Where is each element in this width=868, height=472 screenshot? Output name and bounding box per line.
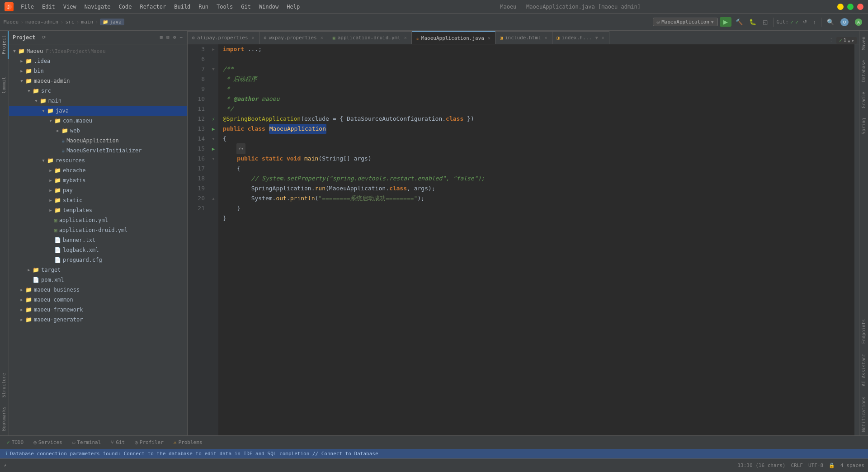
tree-pom-xml[interactable]: ▶ 📄 pom.xml (9, 275, 187, 285)
fold-16[interactable]: ▼ (212, 156, 214, 161)
breadcrumb-maoeu[interactable]: Maoeu (4, 19, 19, 25)
panel-expand-icon[interactable]: ⊞ (159, 33, 164, 41)
status-position[interactable]: 13:30 (16 chars) (737, 463, 785, 468)
breadcrumb-main[interactable]: main (81, 19, 94, 25)
tree-logback-xml[interactable]: ▶ 📄 logback.xml (9, 245, 187, 255)
tab-services[interactable]: ◎ Services (29, 438, 67, 447)
sidebar-item-commit[interactable]: Commit (0, 72, 9, 98)
tree-com-maoeu[interactable]: ▼ 📁 com.maoeu (9, 116, 187, 126)
tab-wxpay-properties[interactable]: ⚙ wxpay.properties × (259, 31, 328, 44)
debug-button[interactable]: 🐛 (747, 17, 759, 27)
tree-pay[interactable]: ▶ 📁 pay (9, 185, 187, 195)
tab-git[interactable]: ⑂ Git (106, 438, 129, 447)
sidebar-item-project[interactable]: Project (0, 31, 9, 59)
endpoints-icon[interactable]: Endpoints (860, 316, 868, 347)
tab-index-close[interactable]: × (602, 35, 604, 40)
tree-proguard-cfg[interactable]: ▶ 📄 proguard.cfg (9, 255, 187, 265)
tab-maoeu-application[interactable]: ☕ MaoeuApplication.java × (412, 31, 495, 44)
run-gutter-13[interactable]: ▶ (212, 126, 215, 132)
coverage-button[interactable]: ◱ (760, 18, 770, 27)
run-gutter-12[interactable]: ⚡ (212, 116, 215, 122)
panel-settings-icon[interactable]: ⚙ (172, 33, 177, 41)
minimize-button[interactable]: − (837, 4, 844, 10)
panel-collapse-icon[interactable]: ⊟ (165, 33, 170, 41)
menu-help[interactable]: Help (283, 3, 303, 11)
tree-maoeu-generator[interactable]: ▶ 📁 maoeu-generator (9, 315, 187, 325)
tab-more-arrow[interactable]: ▼ (595, 35, 598, 40)
tab-terminal[interactable]: ▭ Terminal (68, 438, 106, 447)
tree-maoeu-common[interactable]: ▶ 📁 maoeu-common (9, 295, 187, 305)
maximize-button[interactable]: □ (847, 4, 854, 10)
menu-edit[interactable]: Edit (38, 3, 59, 11)
settings-button[interactable]: A (853, 17, 864, 27)
tree-web[interactable]: ▶ 📁 web (9, 126, 187, 136)
tree-maoeu-framework[interactable]: ▶ 📁 maoeu-framework (9, 305, 187, 315)
search-button[interactable]: 🔍 (825, 17, 836, 27)
tree-banner-txt[interactable]: ▶ 📄 banner.txt (9, 235, 187, 245)
run-button[interactable]: ▶ (720, 17, 731, 27)
database-icon[interactable]: Database (860, 57, 868, 85)
tree-application-druid-yml[interactable]: ▶ ▣ application-druid.yml (9, 225, 187, 235)
menu-run[interactable]: Run (195, 3, 212, 11)
status-encoding[interactable]: UTF-8 (808, 463, 823, 468)
run-gutter-15[interactable]: ▶ (212, 146, 215, 152)
breadcrumb-src[interactable]: src (65, 19, 74, 25)
menu-navigate[interactable]: Navigate (81, 3, 114, 11)
git-push-button[interactable]: ↑ (811, 18, 818, 26)
tree-maoeu-application[interactable]: ▶ ☕ MaoeuApplication (9, 136, 187, 146)
tree-src[interactable]: ▼ 📁 src (9, 86, 187, 96)
tree-ehcache[interactable]: ▶ 📁 ehcache (9, 165, 187, 175)
user-button[interactable]: U (838, 17, 851, 28)
spring-icon[interactable]: Spring (860, 114, 868, 138)
tab-alipay-close[interactable]: × (252, 35, 255, 40)
editor-more-tabs[interactable]: ⋮ (829, 38, 834, 43)
tab-problems[interactable]: ⚠ Problems (169, 438, 207, 447)
menu-build[interactable]: Build (170, 3, 194, 11)
tab-druid-close[interactable]: × (404, 35, 407, 40)
run-config-selector[interactable]: ◎ MaoeuApplication ▼ (653, 18, 718, 26)
menu-view[interactable]: View (60, 3, 80, 11)
tree-static[interactable]: ▶ 📁 static (9, 195, 187, 205)
ai-assistant-icon[interactable]: AI Assistant (860, 350, 868, 390)
menu-file[interactable]: File (17, 3, 38, 11)
fold-7[interactable]: ▼ (212, 67, 214, 71)
tree-target[interactable]: ▶ 📁 target (9, 265, 187, 275)
tree-idea[interactable]: ▶ 📁 .idea (9, 56, 187, 66)
breadcrumb-maoeu-admin[interactable]: maoeu-admin (25, 19, 58, 25)
tab-include-close[interactable]: × (544, 35, 547, 40)
tree-resources[interactable]: ▼ 📁 resources (9, 156, 187, 165)
editor-scrollbar[interactable] (854, 44, 859, 435)
status-indent[interactable]: 4 spaces (840, 463, 864, 468)
build-button[interactable]: 🔨 (733, 17, 745, 27)
menu-window[interactable]: Window (255, 3, 282, 11)
tree-root[interactable]: ▼ 📁 Maoeu F:\IdeaProject\Maoeu (9, 46, 187, 56)
tree-main[interactable]: ▼ 📁 main (9, 96, 187, 106)
tree-maoeu-admin[interactable]: ▼ 📁 maoeu-admin (9, 76, 187, 86)
notifications-icon[interactable]: Notifications (860, 393, 868, 435)
tab-maoeu-close[interactable]: × (488, 36, 491, 41)
tree-maoeu-business[interactable]: ▶ 📁 maoeu-business (9, 285, 187, 295)
panel-sync-icon[interactable]: ⟳ (42, 35, 46, 40)
tab-include-html[interactable]: ◨ include.html × (495, 31, 552, 44)
git-update-button[interactable]: ↺ (801, 18, 809, 26)
menu-code[interactable]: Code (115, 3, 136, 11)
close-button[interactable]: × (857, 4, 863, 10)
tab-alipay-properties[interactable]: ⚙ alipay.properties × (188, 31, 259, 44)
tab-wxpay-close[interactable]: × (321, 35, 323, 40)
fold-14[interactable]: ▼ (212, 137, 214, 141)
tab-profiler[interactable]: ◎ Profiler (130, 438, 168, 447)
tree-templates[interactable]: ▶ 📁 templates (9, 205, 187, 215)
breadcrumb-java[interactable]: 📁 java (100, 19, 124, 25)
tab-todo[interactable]: ✓ TODO (2, 438, 28, 447)
tree-application-yml[interactable]: ▶ ▣ application.yml (9, 215, 187, 225)
inner-fold-icon[interactable]: ⚡▾ (236, 143, 245, 154)
menu-git[interactable]: Git (237, 3, 255, 11)
maven-icon[interactable]: Maven (860, 33, 868, 54)
tree-maoeu-servlet[interactable]: ▶ ☕ MaoeuServletInitializer (9, 146, 187, 156)
tab-application-druid-yml[interactable]: ▣ application-druid.yml × (328, 31, 412, 44)
gradle-icon[interactable]: Gradle (860, 88, 868, 112)
tree-java[interactable]: ▼ 📁 java (9, 106, 187, 116)
sidebar-item-structure[interactable]: Structure (0, 368, 9, 402)
menu-tools[interactable]: Tools (213, 3, 236, 11)
tree-mybatis[interactable]: ▶ 📁 mybatis (9, 175, 187, 185)
